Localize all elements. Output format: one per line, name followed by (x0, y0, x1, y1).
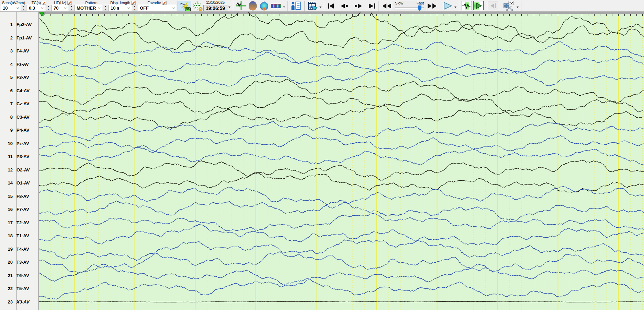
channel-label: P3-AV (15, 154, 29, 159)
fast-label: Fast (417, 1, 424, 5)
channel-row[interactable]: 21T6-AV (0, 273, 39, 278)
channel-label: F7-AV (15, 207, 29, 212)
sens-label: Sens(uV/mm) (2, 1, 25, 5)
channel-row[interactable]: 3F4-AV (0, 48, 39, 54)
play-button[interactable] (442, 1, 454, 11)
channel-row[interactable]: 6C4-AV (0, 88, 39, 94)
disp-length-group: Disp. length 10 s∨ ▲▼ (109, 0, 137, 11)
channel-row[interactable]: 20T3-AV (0, 259, 39, 265)
channel-row[interactable]: 2Fp1-AV (0, 35, 39, 41)
channel-row[interactable]: 16F7-AV (0, 206, 39, 212)
patient-info-button[interactable] (290, 1, 303, 11)
datetime-dropdown-arrow-icon[interactable] (228, 7, 230, 8)
channel-label: F3-AV (15, 75, 29, 80)
pattern-group: Pattern MOTHER∨ ▲▼ (75, 0, 108, 11)
step-back-button[interactable] (488, 1, 498, 10)
eeg-canvas[interactable] (39, 12, 644, 310)
video-cut-button[interactable] (501, 1, 516, 11)
hf-combo[interactable]: 70∨ (52, 5, 68, 11)
step-back-disabled-icon (489, 3, 497, 9)
tc-combo[interactable]: 0.3∨ (27, 5, 45, 11)
edit-pencil-icon[interactable] (42, 1, 46, 5)
channel-label: Cz-AV (15, 101, 29, 106)
channel-row[interactable]: 9P4-AV (0, 127, 39, 133)
video-dropdown-arrow-icon[interactable] (319, 7, 321, 8)
tc-value: 0.3 (29, 5, 41, 11)
play-segment-button[interactable] (473, 1, 484, 10)
channel-row[interactable]: 8C3-AV (0, 114, 39, 120)
channel-label: T1-AV (15, 233, 29, 238)
pattern-combo[interactable]: MOTHER∨ (75, 5, 102, 11)
favorite-combo[interactable]: OFF∨ (138, 5, 176, 11)
channel-label: O2-AV (15, 167, 30, 172)
edit-pencil-icon[interactable] (67, 1, 72, 5)
page-back-icon (340, 3, 349, 9)
channel-row[interactable]: 14O1-AV (0, 180, 39, 186)
channel-row[interactable]: 5F3-AV (0, 74, 39, 80)
favorite-label: Favorite (147, 1, 161, 5)
sens-spin-down[interactable]: ▼ (21, 8, 26, 11)
spectrogram-button[interactable] (270, 1, 282, 11)
channel-number: 3 (0, 48, 15, 53)
hf-spin-down[interactable]: ▼ (69, 8, 74, 11)
chevron-down-icon: ∨ (16, 7, 19, 10)
channel-row[interactable]: 18T1-AV (0, 233, 39, 239)
spectrogram-icon (271, 4, 281, 8)
hf-label: HF(Hz) (54, 1, 66, 5)
go-to-start-button[interactable] (326, 1, 336, 11)
rewind-button[interactable] (381, 1, 393, 11)
channel-number: 22 (0, 286, 15, 291)
channel-number: 19 (0, 247, 15, 252)
channel-row[interactable]: 23X3-AV (0, 299, 39, 305)
channel-row[interactable]: 17T2-AV (0, 220, 39, 226)
tc-label: TC(s) (32, 1, 41, 5)
chevron-down-icon: ∨ (64, 7, 67, 10)
channel-label: T4-AV (15, 247, 29, 252)
pattern-spin-down[interactable]: ▼ (103, 8, 108, 11)
fast-forward-button[interactable] (426, 1, 438, 11)
channel-row[interactable]: 19T4-AV (0, 246, 39, 252)
tc-group: TC(s) 0.3∨ ▲▼ (27, 0, 51, 11)
edit-pencil-icon[interactable] (131, 1, 136, 5)
sens-combo[interactable]: 10∨ (1, 5, 20, 11)
tc-spin-down[interactable]: ▼ (46, 8, 51, 11)
video-playback-button[interactable] (306, 1, 319, 11)
channel-row[interactable]: 12O2-AV (0, 167, 39, 173)
channel-row[interactable]: 15F8-AV (0, 193, 39, 199)
fast-forward-icon (427, 3, 437, 9)
go-to-end-button[interactable] (366, 1, 377, 11)
waveform-cursor-button[interactable] (235, 1, 247, 11)
datetime-display: 11/10/2025 19:26:59 (203, 0, 227, 11)
next-page-button[interactable] (353, 1, 364, 11)
hf-value: 70 (54, 5, 64, 11)
channel-row[interactable]: 11P3-AV (0, 154, 39, 159)
video-cut-dropdown-arrow-icon[interactable] (517, 7, 519, 8)
notch-filter-50-button[interactable]: 50 (178, 1, 191, 11)
topo-map-button[interactable] (258, 1, 270, 11)
channel-label: F4-AV (15, 48, 29, 53)
previous-page-button[interactable] (339, 1, 350, 11)
channel-row[interactable]: 7Cz-AV (0, 101, 39, 107)
time-display[interactable]: 19:26:59 (203, 5, 227, 11)
channel-number: 23 (0, 299, 15, 305)
head-3d-map-button[interactable] (247, 1, 258, 11)
channel-row[interactable]: 4Fz-AV (0, 61, 39, 67)
channel-row[interactable]: 10Pz-AV (0, 141, 39, 146)
maps-dropdown-arrow-icon[interactable] (283, 7, 285, 8)
channel-number: 21 (0, 273, 15, 278)
montage-settings-button[interactable]: ⚙ (191, 1, 203, 11)
disp-spin-down[interactable]: ▼ (132, 8, 137, 11)
slider-handle[interactable] (418, 5, 421, 11)
channel-row[interactable]: 1Fp2-AV (0, 22, 39, 27)
channel-number: 6 (0, 88, 15, 93)
speed-slider[interactable] (395, 5, 424, 11)
channel-row[interactable]: 22T5-AV (0, 286, 39, 291)
channel-number: 17 (0, 220, 15, 225)
review-segment-button[interactable] (462, 1, 472, 10)
play-dropdown-arrow-icon[interactable] (454, 7, 456, 8)
disp-length-combo[interactable]: 10 s∨ (109, 5, 131, 11)
channel-label: T6-AV (15, 273, 29, 278)
channel-label: Fp1-AV (15, 35, 32, 40)
channel-label: O1-AV (15, 180, 30, 186)
edit-pencil-icon[interactable] (162, 1, 167, 5)
